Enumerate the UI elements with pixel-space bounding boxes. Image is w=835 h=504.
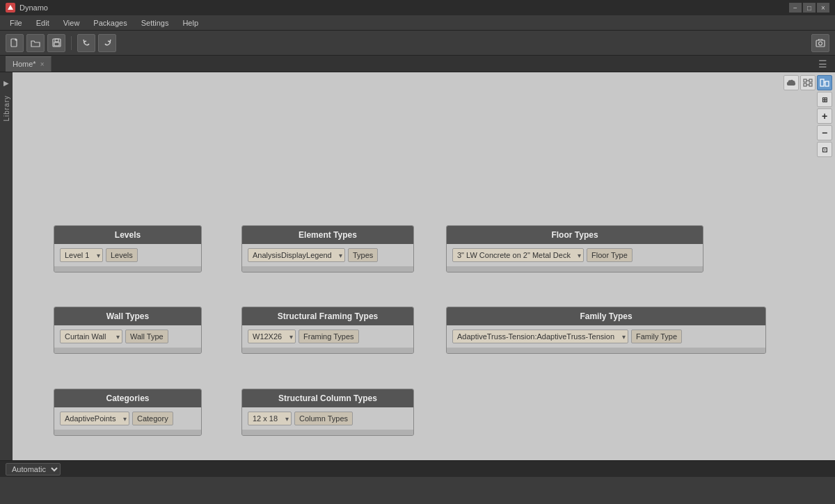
zoom-out-button[interactable]: − xyxy=(817,125,832,140)
tab-home-label: Home* xyxy=(13,60,36,68)
structural-column-node: Structural Column Types 12 x 18 14 x 14 … xyxy=(241,389,414,436)
svg-rect-8 xyxy=(816,40,825,47)
structural-column-body: 12 x 18 14 x 14 16 x 16 Column Types xyxy=(242,407,413,430)
family-types-footer xyxy=(447,348,765,353)
menu-file[interactable]: File xyxy=(3,17,29,29)
levels-node-header: Levels xyxy=(54,226,201,244)
structural-framing-node: Structural Framing Types W12X26 W14X30 W… xyxy=(241,307,414,354)
element-types-select[interactable]: AnalysisDisplayLegend Wall Floor xyxy=(248,248,345,262)
structural-framing-body: W12X26 W14X30 W16X40 Framing Types xyxy=(242,325,413,348)
floor-types-body: 3" LW Concrete on 2" Metal Deck Generic … xyxy=(447,244,703,266)
levels-select[interactable]: Level 1 Level 2 Level 3 xyxy=(60,248,103,262)
family-types-output: Family Type xyxy=(631,330,682,343)
undo-button[interactable] xyxy=(77,34,95,52)
structural-framing-select[interactable]: W12X26 W14X30 W16X40 xyxy=(248,330,296,343)
menu-settings[interactable]: Settings xyxy=(134,17,176,29)
zoom-in-button[interactable]: + xyxy=(817,108,832,124)
graph-view-button[interactable] xyxy=(817,75,832,90)
window-controls: − □ × xyxy=(789,3,829,13)
svg-rect-7 xyxy=(54,42,59,46)
svg-rect-11 xyxy=(809,79,812,82)
wall-types-output: Wall Type xyxy=(125,330,168,343)
family-types-header: Family Types xyxy=(447,307,765,325)
categories-header: Categories xyxy=(54,389,201,407)
svg-rect-13 xyxy=(809,83,812,86)
floor-types-footer xyxy=(447,266,703,272)
toolbar xyxy=(0,31,835,56)
library-arrow-icon[interactable]: ▶ xyxy=(3,79,9,87)
floor-types-output: Floor Type xyxy=(587,248,633,262)
wall-types-footer xyxy=(54,348,201,353)
svg-rect-12 xyxy=(804,83,806,86)
network-view-button[interactable] xyxy=(800,75,816,90)
zoom-fit-button[interactable]: ⊡ xyxy=(817,142,832,157)
open-button[interactable] xyxy=(26,34,45,52)
tab-home[interactable]: Home* × xyxy=(6,56,51,72)
family-types-node: Family Types AdaptiveTruss-Tension:Adapt… xyxy=(446,307,766,354)
library-label[interactable]: Library xyxy=(1,90,12,127)
svg-point-9 xyxy=(819,42,822,45)
structural-column-header: Structural Column Types xyxy=(242,389,413,407)
levels-node-footer xyxy=(54,266,201,272)
minimize-button[interactable]: − xyxy=(789,3,802,13)
menu-packages[interactable]: Packages xyxy=(86,17,134,29)
floor-types-header: Floor Types xyxy=(447,226,703,244)
categories-footer xyxy=(54,430,201,435)
svg-rect-10 xyxy=(804,79,806,82)
save-button[interactable] xyxy=(47,34,65,52)
wall-types-select[interactable]: Curtain Wall Basic Wall Stacked Wall xyxy=(60,330,122,343)
canvas-controls: ⊞ + − ⊡ xyxy=(781,72,835,160)
library-panel: ▶ Library xyxy=(0,72,13,460)
menu-bar: File Edit View Packages Settings Help xyxy=(0,15,835,31)
categories-body: AdaptivePoints Walls Floors Doors Catego… xyxy=(54,407,201,430)
tab-close-button[interactable]: × xyxy=(40,60,45,68)
wall-types-body: Curtain Wall Basic Wall Stacked Wall Wal… xyxy=(54,325,201,348)
menu-help[interactable]: Help xyxy=(175,17,205,29)
structural-framing-header: Structural Framing Types xyxy=(242,307,413,325)
svg-marker-0 xyxy=(8,5,13,10)
tab-bar: Home* × ☰ xyxy=(0,56,835,72)
floor-types-select[interactable]: 3" LW Concrete on 2" Metal Deck Generic … xyxy=(452,248,584,262)
wall-types-node: Wall Types Curtain Wall Basic Wall Stack… xyxy=(54,307,202,354)
family-types-select[interactable]: AdaptiveTruss-Tension:AdaptiveTruss-Tens… xyxy=(452,330,628,343)
svg-rect-17 xyxy=(825,81,829,86)
svg-rect-6 xyxy=(55,39,58,42)
element-types-header: Element Types xyxy=(242,226,413,244)
levels-output: Levels xyxy=(106,248,138,262)
new-button[interactable] xyxy=(6,34,24,52)
tab-menu-button[interactable]: ☰ xyxy=(816,58,829,70)
screenshot-button[interactable] xyxy=(811,34,829,52)
fit-view-button[interactable]: ⊞ xyxy=(817,92,832,107)
canvas-area[interactable]: ▶ Library xyxy=(0,72,835,460)
categories-node: Categories AdaptivePoints Walls Floors D… xyxy=(54,389,202,436)
menu-edit[interactable]: Edit xyxy=(29,17,56,29)
structural-framing-output: Framing Types xyxy=(299,330,359,343)
status-bar: Automatic Manual xyxy=(0,460,835,477)
menu-view[interactable]: View xyxy=(56,17,87,29)
levels-node: Levels Level 1 Level 2 Level 3 Levels xyxy=(54,225,202,273)
run-mode-select[interactable]: Automatic Manual xyxy=(6,463,61,475)
title-bar: Dynamo − □ × xyxy=(0,0,835,15)
element-types-footer xyxy=(242,266,413,272)
levels-node-body: Level 1 Level 2 Level 3 Levels xyxy=(54,244,201,266)
app-title: Dynamo xyxy=(19,3,48,12)
structural-column-footer xyxy=(242,430,413,435)
close-button[interactable]: × xyxy=(817,3,829,13)
maximize-button[interactable]: □ xyxy=(803,3,816,13)
structural-column-output: Column Types xyxy=(294,412,353,425)
redo-button[interactable] xyxy=(98,34,116,52)
wall-types-header: Wall Types xyxy=(54,307,201,325)
structural-framing-footer xyxy=(242,348,413,353)
floor-types-node: Floor Types 3" LW Concrete on 2" Metal D… xyxy=(446,225,703,273)
categories-select[interactable]: AdaptivePoints Walls Floors Doors xyxy=(60,412,129,425)
element-types-node: Element Types AnalysisDisplayLegend Wall… xyxy=(241,225,414,273)
cloud-icon[interactable] xyxy=(784,75,799,90)
element-types-output: Types xyxy=(348,248,378,262)
structural-column-select[interactable]: 12 x 18 14 x 14 16 x 16 xyxy=(248,412,292,425)
app-icon xyxy=(6,3,15,13)
element-types-body: AnalysisDisplayLegend Wall Floor Types xyxy=(242,244,413,266)
categories-output: Category xyxy=(132,412,173,425)
family-types-body: AdaptiveTruss-Tension:AdaptiveTruss-Tens… xyxy=(447,325,765,348)
svg-rect-16 xyxy=(820,79,824,86)
toolbar-separator xyxy=(71,36,72,50)
